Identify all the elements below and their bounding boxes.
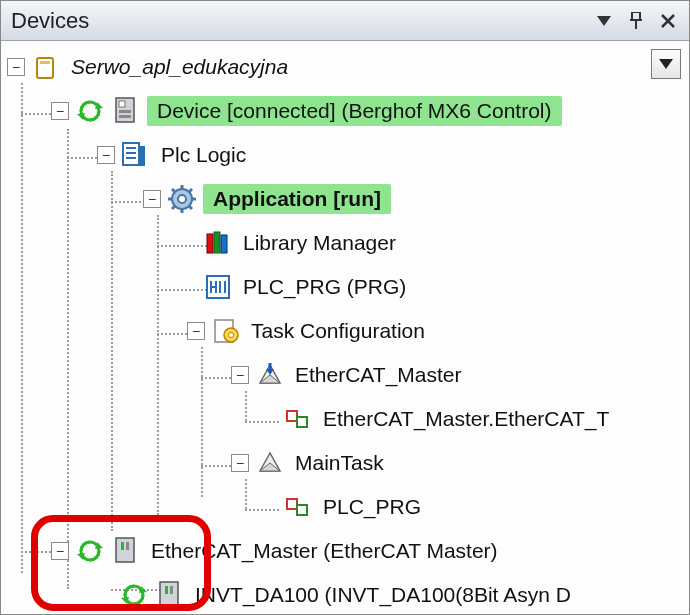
svg-rect-8 <box>40 61 50 64</box>
gear-icon <box>167 184 197 214</box>
svg-rect-12 <box>119 101 125 107</box>
device-box-icon <box>111 96 141 126</box>
expander-icon[interactable] <box>187 322 205 340</box>
expander-icon[interactable] <box>97 146 115 164</box>
svg-rect-14 <box>119 115 131 118</box>
tree-label: INVT_DA100 (INVT_DA100(8Bit Asyn D <box>191 581 577 609</box>
tree-label: PLC_PRG (PRG) <box>239 273 412 301</box>
expander-icon[interactable] <box>231 454 249 472</box>
tree-label: Library Manager <box>239 229 402 257</box>
svg-rect-51 <box>297 505 307 515</box>
ethercat-device-icon <box>155 580 185 610</box>
sync-icon <box>75 96 105 126</box>
sync-icon <box>119 580 149 610</box>
svg-line-29 <box>172 206 175 209</box>
panel-titlebar: Devices <box>1 1 689 41</box>
tree-item-plc-prg[interactable]: PLC_PRG (PRG) <box>5 265 687 309</box>
tree-label: Serwo_apl_edukacyjna <box>67 53 294 81</box>
sync-icon <box>75 536 105 566</box>
tree-label: MainTask <box>291 449 390 477</box>
tree-item-plc-logic[interactable]: Plc Logic <box>5 133 687 177</box>
panel-title: Devices <box>11 8 585 34</box>
svg-marker-0 <box>597 16 611 26</box>
tree-label: Plc Logic <box>157 141 252 169</box>
svg-rect-59 <box>160 582 178 606</box>
tree-item-invt-da100[interactable]: INVT_DA100 (INVT_DA100(8Bit Asyn D <box>5 573 687 614</box>
expander-icon[interactable] <box>51 542 69 560</box>
close-button[interactable] <box>655 8 681 34</box>
expander-icon[interactable] <box>231 366 249 384</box>
tree-item-plcprg-call[interactable]: PLC_PRG <box>5 485 687 529</box>
tree-label: EtherCAT_Master <box>291 361 468 389</box>
task-icon <box>255 360 285 390</box>
tree-item-project[interactable]: Serwo_apl_edukacyjna <box>5 45 687 89</box>
tree-label: PLC_PRG <box>319 493 427 521</box>
svg-rect-30 <box>207 234 213 253</box>
svg-rect-54 <box>116 538 134 562</box>
library-icon <box>203 228 233 258</box>
program-call-icon <box>283 492 313 522</box>
task-config-icon <box>211 316 241 346</box>
svg-rect-46 <box>287 411 297 421</box>
tree-item-ethercat-task[interactable]: EtherCAT_Master <box>5 353 687 397</box>
svg-rect-60 <box>165 586 168 594</box>
svg-line-27 <box>189 206 192 209</box>
tree-label: EtherCAT_Master (EtherCAT Master) <box>147 537 504 565</box>
tree-label: Task Configuration <box>247 317 431 345</box>
svg-line-26 <box>172 189 175 192</box>
svg-rect-47 <box>297 417 307 427</box>
device-tree[interactable]: Serwo_apl_edukacyjna <box>5 45 687 614</box>
program-call-icon <box>283 404 313 434</box>
tree-item-task-configuration[interactable]: Task Configuration <box>5 309 687 353</box>
tree-item-library-manager[interactable]: Library Manager <box>5 221 687 265</box>
tree-item-ethercat-subtask[interactable]: EtherCAT_Master.EtherCAT_T <box>5 397 687 441</box>
tree-item-ethercat-master-device[interactable]: EtherCAT_Master (EtherCAT Master) <box>5 529 687 573</box>
svg-rect-13 <box>119 110 131 113</box>
svg-rect-50 <box>287 499 297 509</box>
pou-icon <box>203 272 233 302</box>
tree-label: Application [run] <box>203 184 391 214</box>
svg-rect-55 <box>121 542 124 550</box>
tree-item-device[interactable]: Device [connected] (Berghof MX6 Control) <box>5 89 687 133</box>
svg-point-41 <box>229 333 234 338</box>
expander-icon[interactable] <box>143 190 161 208</box>
tree-item-maintask[interactable]: MainTask <box>5 441 687 485</box>
task-icon <box>255 448 285 478</box>
ethercat-device-icon <box>111 536 141 566</box>
expander-icon[interactable] <box>51 102 69 120</box>
svg-rect-1 <box>632 12 640 20</box>
expander-icon[interactable] <box>7 58 25 76</box>
svg-line-28 <box>189 189 192 192</box>
panel-menu-button[interactable] <box>591 8 617 34</box>
svg-rect-31 <box>214 232 220 253</box>
svg-rect-32 <box>221 235 227 253</box>
svg-rect-61 <box>170 586 173 594</box>
tree-label: Device [connected] (Berghof MX6 Control) <box>147 96 562 126</box>
project-icon <box>31 52 61 82</box>
tree-item-application[interactable]: Application [run] <box>5 177 687 221</box>
svg-rect-19 <box>139 146 145 166</box>
svg-rect-56 <box>126 542 129 550</box>
pin-button[interactable] <box>623 8 649 34</box>
plc-logic-icon <box>121 140 151 170</box>
devices-panel: Devices <box>0 0 690 615</box>
svg-point-21 <box>178 195 186 203</box>
tree-label: EtherCAT_Master.EtherCAT_T <box>319 405 615 433</box>
